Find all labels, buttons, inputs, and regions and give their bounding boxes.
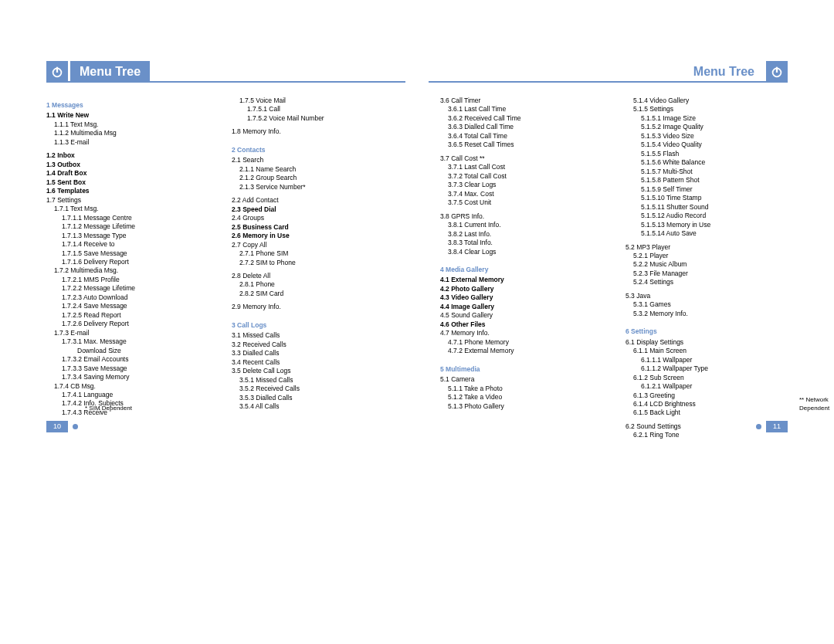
menu-item: 6.2.1 Ring Tone — [633, 431, 788, 439]
menu-item: 1.7.2.4 Save Message — [62, 302, 208, 310]
menu-col-4: 5.1.4 Video Gallery5.1.5 Settings5.1.5.1… — [626, 97, 788, 440]
menu-item: 5.1.5.8 Pattern Shot — [641, 176, 788, 185]
menu-item: 3.7 Call Cost ** — [440, 154, 602, 163]
menu-item: 5.1 Camera — [440, 375, 602, 384]
menu-item: 3.4 Recent Calls — [232, 358, 394, 367]
menu-item: 1.7.1.6 Delivery Report — [62, 258, 208, 266]
menu-item: 1.7.4 CB Msg. — [54, 382, 208, 391]
menu-item: 1.7.1.1 Message Centre — [62, 214, 208, 222]
menu-item: 1.7.1.4 Receive to — [62, 240, 208, 249]
menu-item: 5.1.5.13 Memory in Use — [641, 221, 788, 229]
menu-item: 3.6.1 Last Call Time — [448, 105, 602, 114]
menu-item: 1.2 Inbox — [46, 151, 208, 160]
menu-item: 3.5.4 All Calls — [239, 402, 394, 411]
menu-item: 3.5.2 Received Calls — [239, 385, 394, 393]
menu-item: 5.1.5.3 Video Size — [641, 132, 788, 141]
menu-item: 5.2.3 File Manager — [633, 269, 788, 278]
menu-item: 1.4 Draft Box — [46, 169, 208, 178]
menu-item: 4.7.1 Phone Memory — [448, 338, 602, 347]
header-bar-right: Menu Tree — [429, 62, 788, 83]
menu-item: 2.7.1 Phone SIM — [239, 249, 394, 258]
menu-item: 1.1.1 Text Msg. — [54, 120, 208, 129]
menu-item: 3.7.1 Last Call Cost — [448, 163, 602, 171]
footnote-left: * SIM Dependent — [85, 405, 132, 413]
power-icon — [46, 61, 68, 83]
menu-item: 1.7 Settings — [46, 196, 208, 205]
menu-item: 4.7.2 External Memory — [448, 347, 602, 355]
page-left: Menu Tree 1 Messages1.1 Write New1.1.1 T… — [0, 0, 417, 463]
page-dot-left — [73, 424, 78, 429]
menu-item: 1.7.2.5 Read Report — [62, 311, 208, 320]
menu-item: 5.1.2 Take a Video — [448, 393, 602, 402]
menu-item: 1.7.2.2 Message Lifetime — [62, 284, 208, 293]
menu-item: 2.8.1 Phone — [239, 280, 394, 289]
menu-item: 6.1.4 LCD Brightness — [633, 400, 788, 408]
menu-item: 6.1 Display Settings — [626, 338, 788, 347]
menu-item: 5.1.5.1 Image Size — [641, 114, 788, 123]
menu-item: 3.6.2 Received Call Time — [448, 114, 602, 123]
menu-item: 6.1.2 Sub Screen — [633, 374, 788, 382]
menu-item: 1.7.1.5 Save Message — [62, 249, 208, 258]
spacer — [232, 137, 394, 141]
menu-item: 5.3 Java — [626, 292, 788, 300]
page-number-right: 11 — [766, 421, 788, 432]
menu-item: 1.3 Outbox — [46, 161, 208, 169]
menu-item: 2.7 Copy All — [232, 241, 394, 249]
menu-col-2: 1.7.5 Voice Mail1.7.5.1 Call1.7.5.2 Voic… — [232, 97, 394, 417]
menu-item: 2.1 Search — [232, 156, 394, 164]
menu-item: 3.7.5 Cost Unit — [448, 198, 602, 207]
menu-item: 2.9 Memory Info. — [232, 303, 394, 311]
menu-item: 2.1.1 Name Search — [239, 165, 394, 174]
menu-item: 1.7.5.2 Voice Mail Number — [247, 114, 394, 123]
menu-section-head: 6 Settings — [626, 327, 788, 336]
menu-item: 1.7.3.4 Saving Memory — [62, 373, 208, 381]
menu-item: 4.5 Sound Gallery — [440, 311, 602, 320]
menu-item: 4.7 Memory Info. — [440, 329, 602, 337]
menu-section-head: 1 Messages — [46, 101, 208, 110]
menu-col-1: 1 Messages1.1 Write New1.1.1 Text Msg.1.… — [46, 97, 208, 417]
footnote-right: ** Network Dependent — [799, 396, 834, 413]
menu-col-3: 3.6 Call Timer3.6.1 Last Call Time3.6.2 … — [440, 97, 602, 440]
menu-item: 5.1.5.2 Image Quality — [641, 123, 788, 131]
menu-item: 4.2 Photo Gallery — [440, 285, 602, 293]
menu-item: 3.7.3 Clear Logs — [448, 181, 602, 189]
menu-item: 1.1 Write New — [46, 111, 208, 120]
menu-item: 3.6.3 Dialled Call Time — [448, 123, 602, 131]
menu-item: 1.7.3 E-mail — [54, 329, 208, 337]
menu-item: 3.1 Missed Calls — [232, 331, 394, 340]
menu-item: 1.7.2 Multimedia Msg. — [54, 266, 208, 275]
menu-item: 3.8.3 Total Info. — [448, 239, 602, 247]
menu-item: 2.8 Delete All — [232, 272, 394, 280]
menu-item: 3.6 Call Timer — [440, 97, 602, 105]
menu-item: 1.7.1.3 Message Type — [62, 232, 208, 240]
menu-item: 1.7.4.3 Receive — [62, 408, 208, 417]
menu-item: 1.1.2 Multimedia Msg — [54, 129, 208, 137]
menu-item: 5.3.1 Games — [633, 300, 788, 309]
menu-item: 4.3 Video Gallery — [440, 293, 602, 302]
menu-item: 6.1.1.2 Wallpaper Type — [641, 364, 788, 373]
menu-item: 3.8 GPRS Info. — [440, 212, 602, 221]
menu-item: 1.7.2.1 MMS Profile — [62, 276, 208, 284]
menu-item: 5.1.5.11 Shutter Sound — [641, 203, 788, 212]
menu-item: 1.7.4.2 Info. Subjects — [62, 399, 208, 408]
menu-item: 5.2.1 Player — [633, 252, 788, 260]
menu-item: 3.8.1 Current Info. — [448, 221, 602, 229]
content-left: 1 Messages1.1 Write New1.1.1 Text Msg.1.… — [46, 97, 394, 417]
menu-item: 6.1.1.1 Wallpaper — [641, 356, 788, 364]
menu-item: 5.1.5.5 Flash — [641, 150, 788, 158]
menu-item: 5.2 MP3 Player — [626, 243, 788, 252]
menu-item: 1.7.5.1 Call — [247, 105, 394, 114]
page-dot-right — [756, 424, 761, 429]
menu-item: 1.7.1.2 Message Lifetime — [62, 222, 208, 231]
menu-item: 5.2.2 Music Album — [633, 260, 788, 269]
content-right: 3.6 Call Timer3.6.1 Last Call Time3.6.2 … — [440, 97, 788, 440]
menu-item: 3.5.3 Dialled Calls — [239, 394, 394, 402]
menu-section-head: 4 Media Gallery — [440, 266, 602, 274]
menu-item: 3.8.2 Last Info. — [448, 230, 602, 239]
menu-item: 5.1.5.7 Multi-Shot — [641, 168, 788, 176]
menu-item: 4.1 External Memory — [440, 276, 602, 284]
menu-item: 3.5.1 Missed Calls — [239, 376, 394, 385]
menu-item: 2.2 Add Contact — [232, 196, 394, 205]
menu-item: 1.7.3.1 Max. Message — [62, 337, 208, 346]
menu-item: 1.7.5 Voice Mail — [239, 97, 394, 105]
